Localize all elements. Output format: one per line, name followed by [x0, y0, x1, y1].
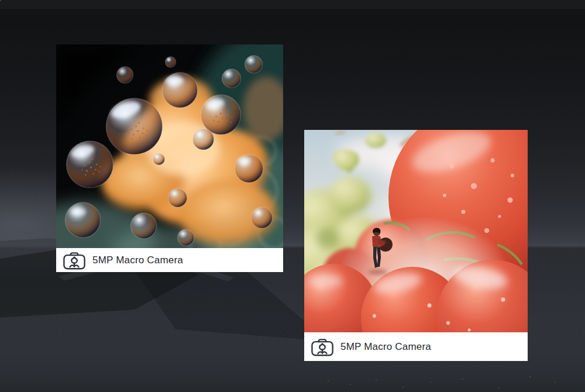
- macro-photo-bubbles: [56, 44, 283, 248]
- macro-sample-card-bubbles: 5MP Macro Camera: [56, 44, 283, 272]
- page-background: 5MP Macro Camera: [0, 0, 585, 392]
- camera-label-bar: 5MP Macro Camera: [56, 248, 283, 272]
- camera-label-text: 5MP Macro Camera: [340, 341, 431, 353]
- sand-speckles: [0, 0, 1, 1]
- macro-photo-tomatoes: [304, 130, 528, 332]
- macro-camera-icon: [311, 338, 334, 356]
- top-bar: [0, 0, 585, 10]
- macro-camera-icon: [63, 251, 86, 270]
- macro-sample-card-tomatoes: 5MP Macro Camera: [304, 130, 528, 361]
- camera-label-bar: 5MP Macro Camera: [304, 332, 528, 361]
- camera-label-text: 5MP Macro Camera: [92, 255, 183, 266]
